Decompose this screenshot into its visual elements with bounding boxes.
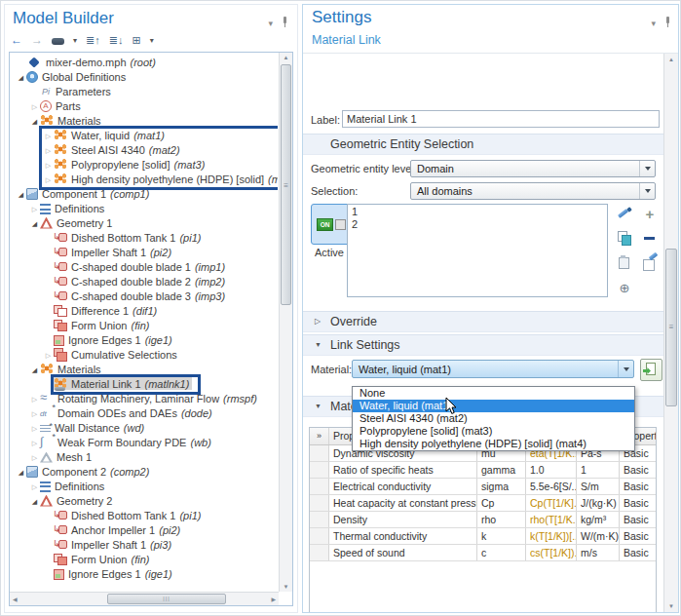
- tree-item-form-union[interactable]: Form Union(fin): [12, 318, 278, 332]
- tree-item-global-definitions[interactable]: Global Definitions: [12, 69, 278, 84]
- tree-item-impeller-shaft-1[interactable]: Impeller Shaft 1(pi2): [12, 245, 278, 259]
- tree-item-definitions[interactable]: Definitions: [12, 201, 278, 215]
- pin-icon[interactable]: [281, 16, 289, 28]
- chevron-down-icon[interactable]: [651, 13, 656, 30]
- tree-item-c-shaped-double-blade-2[interactable]: C-shaped double blade 2(imp2): [12, 274, 278, 289]
- collapse-all-icon[interactable]: ≣↑: [86, 32, 100, 48]
- scrollbar-thumb[interactable]: ≡: [665, 249, 677, 406]
- expander-icon[interactable]: [29, 449, 40, 465]
- section-geometric-entity-selection[interactable]: Geometric Entity Selection: [303, 134, 664, 155]
- chevron-down-icon[interactable]: [639, 161, 655, 176]
- tree-item-water-liquid[interactable]: Water, liquid(mat1): [12, 128, 278, 142]
- group-nodes-icon[interactable]: ⊞: [132, 32, 140, 48]
- tree-item-dished-bottom-tank-1[interactable]: Dished Bottom Tank 1(pi1): [12, 230, 278, 245]
- expander-icon[interactable]: [16, 69, 26, 85]
- selection-entry[interactable]: 1: [352, 206, 603, 218]
- scroll-up-icon[interactable]: ▲: [664, 57, 678, 62]
- tree-item-geometry-1[interactable]: Geometry 1: [12, 215, 278, 230]
- expander-icon[interactable]: [29, 405, 40, 421]
- expander-icon[interactable]: [43, 142, 54, 158]
- label-input[interactable]: [342, 110, 660, 128]
- table-row-ratio-of-specific-heats[interactable]: Ratio of specific heatsgamma1.01Basic: [310, 462, 656, 479]
- tree-horizontal-scrollbar[interactable]: ◀ ||| ▶: [10, 592, 279, 605]
- table-row-thermal-conductivity[interactable]: Thermal conductivitykk(T[1/K])[...W/(m·K…: [310, 528, 656, 545]
- tree-item-mixer-demo-mph[interactable]: mixer-demo.mph(root): [12, 55, 278, 69]
- chevron-down-icon[interactable]: [268, 13, 273, 30]
- tree-item-c-shaped-double-blade-1[interactable]: C-shaped double blade 1(imp1): [12, 259, 278, 274]
- add-to-selection-icon[interactable]: [642, 206, 658, 221]
- expander-icon[interactable]: [29, 362, 40, 377]
- tree-item-polypropylene-solid[interactable]: Polypropylene [solid](mat3): [12, 157, 278, 172]
- tree-item-c-shaped-double-blade-3[interactable]: C-shaped double blade 3(imp3): [12, 289, 278, 303]
- tree-item-materials[interactable]: Materials: [12, 362, 278, 376]
- paint-selection-icon[interactable]: [617, 206, 632, 221]
- zoom-to-selection-icon[interactable]: [617, 279, 632, 294]
- chevron-down-icon[interactable]: [150, 31, 154, 49]
- chevron-down-icon[interactable]: [639, 183, 655, 199]
- tree-item-form-union[interactable]: Form Union(fin): [12, 552, 278, 566]
- expander-icon[interactable]: [29, 201, 40, 216]
- remove-from-selection-icon[interactable]: [642, 230, 658, 246]
- tree-item-anchor-impeller-1[interactable]: Anchor Impeller 1(pi2): [12, 522, 278, 537]
- expander-icon[interactable]: [29, 479, 40, 494]
- expander-icon[interactable]: [29, 493, 40, 509]
- expander-icon[interactable]: [43, 128, 54, 143]
- scroll-up-icon[interactable]: ▲: [280, 55, 292, 60]
- expander-icon[interactable]: [29, 391, 40, 406]
- expander-icon[interactable]: [43, 172, 54, 187]
- pin-icon[interactable]: [663, 16, 672, 28]
- tree-item-difference-1[interactable]: Difference 1(dif1): [12, 303, 278, 318]
- tree-item-high-density-polyethylene-hdpe-solid[interactable]: High density polyethylene (HDPE) [solid]…: [12, 172, 278, 186]
- tree-item-cumulative-selections[interactable]: Cumulative Selections: [12, 347, 278, 362]
- tree-item-ignore-edges-1[interactable]: Ignore Edges 1(ige1): [12, 332, 278, 347]
- selection-entry[interactable]: 2: [352, 218, 603, 231]
- expander-icon[interactable]: [29, 98, 40, 114]
- selection-select[interactable]: All domains: [410, 182, 656, 200]
- scroll-right-icon[interactable]: ▶: [271, 596, 276, 602]
- settings-vertical-scrollbar[interactable]: ▲ ≡ ▼: [663, 54, 678, 612]
- show-filter-icon[interactable]: [52, 38, 64, 45]
- expander-icon[interactable]: [29, 420, 40, 436]
- dropdown-option-steel-aisi-4340-mat2[interactable]: Steel AISI 4340 (mat2): [353, 412, 634, 425]
- scroll-down-icon[interactable]: ▼: [280, 584, 292, 590]
- expand-all-icon[interactable]: ≣↓: [109, 32, 124, 48]
- expander-icon[interactable]: [16, 186, 26, 202]
- selection-list[interactable]: 12: [347, 204, 608, 297]
- expander-icon[interactable]: [29, 113, 40, 129]
- expander-icon[interactable]: [29, 435, 40, 450]
- table-row-heat-capacity-at-constant-pressure[interactable]: Heat capacity at constant pressureCpCp(T…: [310, 495, 656, 512]
- scrollbar-thumb[interactable]: ≡: [281, 64, 291, 305]
- tree-item-geometry-2[interactable]: Geometry 2: [12, 493, 278, 508]
- expander-icon[interactable]: [16, 464, 26, 480]
- chevron-down-icon[interactable]: [618, 361, 633, 377]
- tree-item-material-link-1[interactable]: Material Link 1(matlnk1): [12, 376, 278, 391]
- forward-arrow-icon[interactable]: →: [31, 32, 43, 48]
- tree-item-domain-odes-and-daes[interactable]: Domain ODEs and DAEs(dode): [12, 405, 278, 420]
- chevron-down-icon[interactable]: [73, 31, 77, 49]
- table-row-speed-of-sound[interactable]: Speed of soundccs(T[1/K])...m/sBasic: [310, 545, 656, 561]
- tree-item-definitions[interactable]: Definitions: [12, 479, 278, 493]
- table-row-electrical-conductivity[interactable]: Electrical conductivitysigma5.5e-6[S/...…: [310, 479, 656, 495]
- expander-icon[interactable]: [29, 215, 40, 231]
- tree-item-weak-form-boundary-pde[interactable]: Weak Form Boundary PDE(wb): [12, 435, 278, 449]
- tree-item-component-2[interactable]: Component 2(comp2): [12, 464, 278, 479]
- tree-item-materials[interactable]: Materials: [12, 113, 278, 128]
- table-row-density[interactable]: Densityrhorho(T[1/K...kg/m³Basic: [310, 512, 656, 528]
- expander-icon[interactable]: [43, 157, 54, 173]
- copy-selection-icon[interactable]: [617, 230, 632, 246]
- tree-item-steel-aisi-4340[interactable]: Steel AISI 4340(mat2): [12, 142, 278, 157]
- tree-item-mesh-1[interactable]: Mesh 1: [12, 449, 278, 464]
- scroll-down-icon[interactable]: ▼: [664, 603, 678, 609]
- material-select[interactable]: Water, liquid (mat1): [352, 360, 634, 378]
- add-material-button[interactable]: [640, 359, 662, 381]
- tree-item-parts[interactable]: Parts: [12, 98, 278, 113]
- dropdown-option-high-density-polyethylene-hdpe-solid-mat4[interactable]: High density polyethylene (HDPE) [solid]…: [353, 438, 634, 450]
- expander-icon[interactable]: [43, 347, 54, 363]
- tree-item-component-1[interactable]: Component 1(comp1): [12, 186, 278, 201]
- paste-selection-icon[interactable]: [617, 254, 632, 270]
- scroll-left-icon[interactable]: ◀: [13, 596, 18, 602]
- section-link-settings[interactable]: ▼ Link Settings: [303, 334, 664, 356]
- dropdown-option-polypropylene-solid-mat3[interactable]: Polypropylene [solid] (mat3): [353, 425, 634, 438]
- clear-selection-icon[interactable]: [642, 254, 658, 270]
- tree-item-ignore-edges-1[interactable]: Ignore Edges 1(ige1): [12, 566, 278, 581]
